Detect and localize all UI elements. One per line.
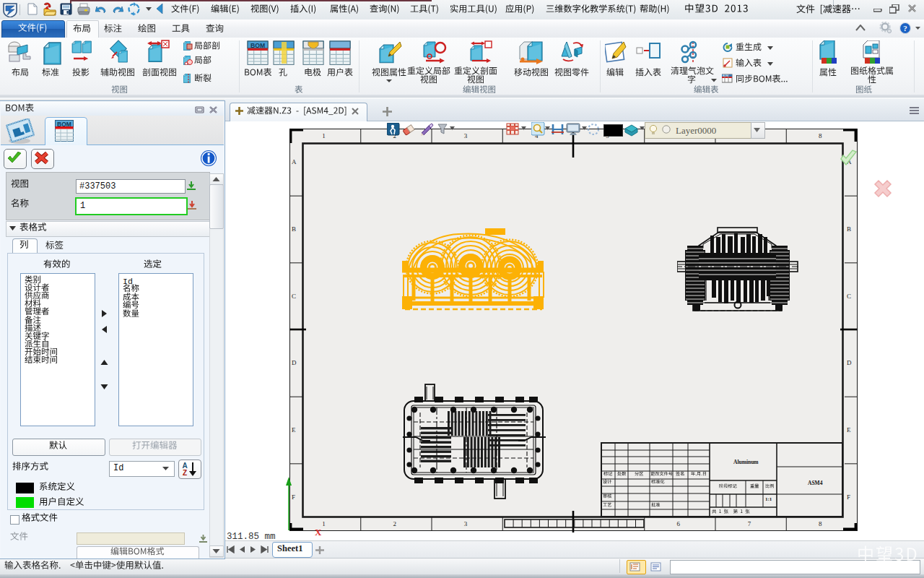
svg-text:?: ?: [903, 24, 907, 33]
svg-text:Z: Z: [183, 469, 187, 477]
svg-text:BOM: BOM: [723, 74, 728, 77]
svg-text:BOM: BOM: [250, 42, 265, 49]
svg-text:BOM: BOM: [57, 121, 71, 128]
